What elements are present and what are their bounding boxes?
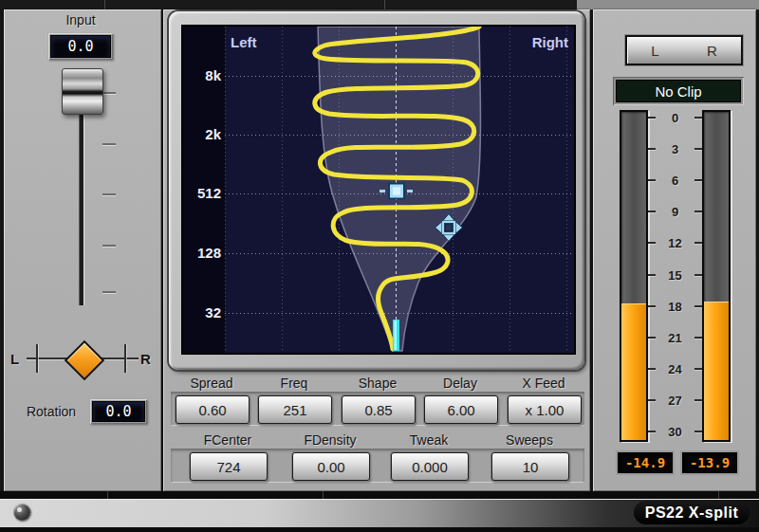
scale-label: 24 bbox=[656, 362, 694, 376]
strip-divider bbox=[107, 491, 108, 499]
meter-fill-left bbox=[621, 303, 646, 440]
fader-tick bbox=[102, 143, 116, 145]
sweeps-value-button[interactable]: 10 bbox=[491, 452, 569, 481]
spread-value-button[interactable]: 0.60 bbox=[176, 395, 250, 424]
scale-label: 15 bbox=[656, 268, 694, 283]
scale-tick bbox=[648, 117, 656, 119]
channel-right-label: R bbox=[707, 43, 717, 59]
strip-divider bbox=[323, 491, 324, 499]
fcenter-value-button[interactable]: 724 bbox=[190, 452, 268, 481]
scale-label: 6 bbox=[656, 174, 694, 188]
scale-tick bbox=[694, 431, 702, 432]
strip-divider bbox=[718, 491, 719, 499]
rotation-value-well: 0.0 bbox=[90, 399, 147, 424]
meter-fill-right bbox=[704, 302, 729, 440]
scale-row: 18 bbox=[648, 300, 702, 313]
scale-tick bbox=[648, 179, 656, 181]
scale-tick bbox=[648, 242, 656, 244]
display-left-label: Left bbox=[231, 34, 257, 50]
fader-tick bbox=[102, 245, 116, 247]
scale-label: 18 bbox=[656, 300, 694, 314]
clip-indicator[interactable]: No Clip bbox=[616, 80, 741, 102]
rotation-label: Rotation bbox=[13, 404, 89, 419]
sweeps-label: Sweeps bbox=[491, 432, 567, 448]
channel-select-button[interactable]: L R bbox=[625, 35, 743, 65]
meter-readout-left[interactable]: -14.9 bbox=[618, 452, 673, 473]
rotation-left-label: L bbox=[10, 351, 19, 367]
fader-tick bbox=[102, 92, 116, 94]
tweak-value-button[interactable]: 0.000 bbox=[391, 452, 469, 481]
xfeed-value-button[interactable]: x 1.00 bbox=[508, 395, 582, 424]
scale-tick bbox=[694, 242, 702, 244]
scale-row: 0 bbox=[648, 111, 702, 124]
xfeed-label: X Feed bbox=[508, 376, 580, 391]
bottom-chassis-strip bbox=[0, 491, 759, 499]
scale-tick bbox=[648, 399, 656, 401]
meter-readout-right[interactable]: -13.9 bbox=[682, 452, 737, 473]
input-value-well: 0.0 bbox=[48, 33, 113, 60]
freq-label-128: 128 bbox=[197, 245, 221, 261]
fader-tick bbox=[102, 193, 116, 195]
scale-tick bbox=[694, 148, 702, 150]
scale-tick bbox=[694, 274, 702, 276]
bottom-chassis-edge bbox=[0, 527, 759, 532]
input-fader-knob[interactable] bbox=[62, 68, 103, 115]
meter-scale: 0 3 6 9 12 15 18 21 24 27 30 bbox=[648, 111, 702, 441]
fdensity-label: FDensity bbox=[292, 432, 368, 448]
scale-tick bbox=[648, 274, 656, 276]
scale-label: 30 bbox=[656, 425, 694, 439]
waves-logo-icon bbox=[13, 504, 30, 521]
spectral-display-canvas: Left Right 8k 2k 512 128 32 bbox=[183, 27, 574, 353]
scale-row: 30 bbox=[648, 425, 702, 438]
scale-label: 3 bbox=[656, 142, 694, 156]
channel-left-label: L bbox=[651, 43, 658, 59]
scale-label: 27 bbox=[656, 394, 694, 408]
scale-tick bbox=[648, 148, 656, 150]
scale-tick bbox=[694, 305, 702, 307]
delay-label: Delay bbox=[424, 376, 496, 391]
scale-tick bbox=[648, 368, 656, 370]
scale-tick bbox=[694, 399, 702, 401]
fdensity-value-button[interactable]: 0.00 bbox=[292, 452, 370, 481]
display-right-label: Right bbox=[532, 34, 568, 50]
scale-tick bbox=[694, 179, 702, 181]
freq-value-button[interactable]: 251 bbox=[258, 395, 332, 424]
scale-tick bbox=[694, 337, 702, 339]
freq-label-2k: 2k bbox=[205, 126, 221, 142]
spectral-display[interactable]: Left Right 8k 2k 512 128 32 bbox=[181, 25, 576, 355]
shape-value-button[interactable]: 0.85 bbox=[342, 395, 416, 424]
rotation-tick bbox=[124, 344, 126, 373]
meter-right bbox=[702, 110, 731, 442]
rotation-tick bbox=[36, 344, 38, 373]
scale-tick bbox=[694, 117, 702, 119]
plugin-title-capsule: PS22 X-split bbox=[634, 501, 750, 524]
plugin-window: Input 0.0 L R Rotation 0.0 bbox=[0, 0, 759, 532]
scale-label: 21 bbox=[656, 331, 694, 345]
freq-label-8k: 8k bbox=[205, 67, 221, 83]
scale-tick bbox=[694, 368, 702, 370]
scale-row: 27 bbox=[648, 394, 702, 407]
scale-row: 12 bbox=[648, 236, 702, 249]
scale-row: 3 bbox=[648, 142, 702, 156]
freq-label: Freq bbox=[258, 376, 330, 391]
scale-row: 21 bbox=[648, 331, 702, 344]
fader-tick bbox=[102, 291, 116, 293]
tweak-label: Tweak bbox=[391, 432, 467, 448]
scale-label: 12 bbox=[656, 236, 694, 250]
scale-row: 6 bbox=[648, 174, 702, 187]
rotation-value-field[interactable]: 0.0 bbox=[92, 401, 145, 422]
freq-label-32: 32 bbox=[205, 304, 221, 321]
scale-tick bbox=[694, 211, 702, 212]
scale-row: 15 bbox=[648, 268, 702, 282]
strip-divider bbox=[384, 0, 385, 9]
scale-row: 9 bbox=[648, 205, 702, 218]
rotation-right-label: R bbox=[140, 351, 151, 367]
spread-label: Spread bbox=[176, 376, 248, 391]
signal-indicator-bar bbox=[393, 320, 399, 351]
input-value-field[interactable]: 0.0 bbox=[50, 35, 111, 58]
scale-label: 0 bbox=[656, 111, 694, 125]
shape-label: Shape bbox=[342, 376, 414, 391]
strip-divider bbox=[104, 0, 105, 9]
delay-value-button[interactable]: 6.00 bbox=[424, 395, 498, 424]
freq-label-512: 512 bbox=[197, 185, 221, 201]
